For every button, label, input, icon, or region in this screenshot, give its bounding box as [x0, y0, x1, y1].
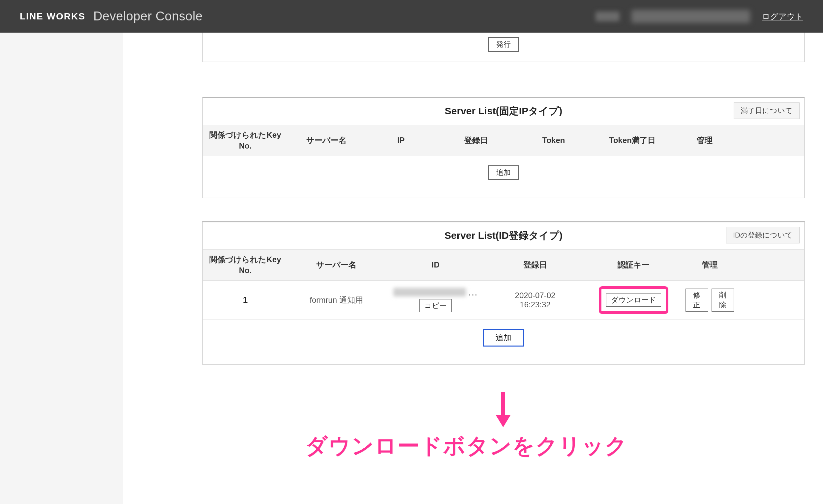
header-right: ログアウト [596, 10, 803, 23]
col-regdate-header: 登録日 [437, 135, 515, 146]
row-authkey-cell: ダウンロード [584, 286, 683, 314]
idreg-col-keyno-header: 関係づけられたKey No. [203, 254, 288, 276]
row-regdate: 2020-07-02 16:23:32 [486, 291, 584, 309]
row-id-cell: … コピー [385, 288, 486, 312]
row-server-name: formrun 通知用 [288, 295, 385, 305]
edit-button[interactable]: 修正 [685, 289, 708, 312]
annotation-arrow-icon [494, 392, 512, 427]
fixed-card-title: Server List(固定IPタイプ) [445, 104, 562, 118]
table-row: 1 formrun 通知用 … コピー 2020-07-02 16:23:32 [203, 281, 804, 319]
fixed-table-header: 関係づけられたKey No. サーバー名 IP 登録日 Token Token満… [203, 125, 804, 156]
ellipsis-icon: … [468, 290, 478, 294]
idreg-col-server-header: サーバー名 [288, 260, 385, 270]
row-id-redacted [393, 288, 466, 296]
idreg-server-list-card: Server List(ID登録タイプ) IDの登録について 関係づけられたKe… [202, 221, 805, 365]
row-keyno: 1 [203, 295, 288, 305]
row-manage-cell: 修正 削除 [683, 289, 736, 312]
idreg-help-button[interactable]: IDの登録について [726, 227, 800, 243]
download-highlight-box: ダウンロード [599, 286, 668, 314]
sidebar [0, 33, 123, 504]
idreg-col-authkey-header: 認証キー [584, 260, 683, 270]
idreg-table-header: 関係づけられたKey No. サーバー名 ID 登録日 認証キー 管理 [203, 249, 804, 281]
fixed-add-button[interactable]: 追加 [488, 165, 519, 180]
issue-button[interactable]: 発行 [488, 37, 519, 52]
fixed-card-header: Server List(固定IPタイプ) 満了日について [203, 98, 804, 125]
expiry-help-button[interactable]: 満了日について [733, 102, 800, 119]
user-info-redacted [631, 10, 750, 23]
row-regdate-date: 2020-07-02 [489, 291, 581, 300]
idreg-card-header: Server List(ID登録タイプ) IDの登録について [203, 222, 804, 249]
main-content: 発行 Server List(固定IPタイプ) 満了日について 関係づけられたK… [123, 33, 823, 504]
col-token-header: Token [515, 135, 592, 146]
col-server-header: サーバー名 [288, 135, 365, 146]
delete-button[interactable]: 削除 [711, 289, 734, 312]
idreg-col-regdate-header: 登録日 [486, 260, 584, 270]
idreg-col-manage-header: 管理 [683, 260, 736, 270]
copy-button[interactable]: コピー [420, 299, 452, 312]
app-header: LINE WORKS Developer Console ログアウト [0, 0, 823, 33]
row-regdate-time: 16:23:32 [489, 300, 581, 309]
console-title: Developer Console [93, 9, 203, 23]
annotation-text: ダウンロードボタンをクリック [305, 431, 628, 461]
col-tokendate-header: Token満了日 [592, 135, 673, 146]
col-ip-header: IP [365, 135, 437, 146]
col-keyno-header: 関係づけられたKey No. [203, 130, 288, 151]
idreg-add-button[interactable]: 追加 [483, 329, 524, 346]
download-button[interactable]: ダウンロード [606, 293, 661, 307]
idreg-card-title: Server List(ID登録タイプ) [445, 229, 562, 242]
col-manage-header: 管理 [673, 135, 736, 146]
user-info-redacted-icon [596, 12, 620, 21]
logout-link[interactable]: ログアウト [762, 11, 803, 22]
fixed-ip-server-list-card: Server List(固定IPタイプ) 満了日について 関係づけられたKey … [202, 97, 805, 198]
issue-card: 発行 [202, 33, 805, 62]
brand-logo: LINE WORKS [20, 11, 86, 22]
svg-marker-1 [496, 415, 511, 427]
idreg-col-id-header: ID [385, 260, 486, 270]
